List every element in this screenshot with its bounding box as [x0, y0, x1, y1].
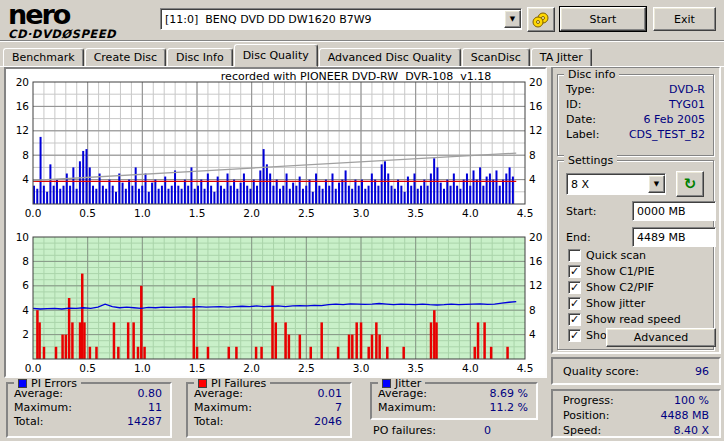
drive-select-arrow[interactable]: ▼	[504, 10, 521, 28]
pi-errors-row-value: 0.80	[138, 387, 163, 401]
start-button[interactable]: Start	[560, 7, 646, 31]
checkbox-unchecked-icon[interactable]	[568, 249, 581, 262]
pi-errors-row: Maximum:11	[14, 401, 162, 415]
x-tick-label: 2.0	[243, 362, 260, 374]
jitter-row-value: 11.2 %	[490, 401, 528, 415]
y-left-tick-label: 10	[16, 231, 29, 243]
jitter-color-swatch	[382, 379, 391, 388]
eject-disc-button[interactable]	[527, 7, 555, 32]
charts-canvas: 48121620481216200.00.51.01.52.02.53.03.5…	[6, 69, 545, 376]
x-tick-label: 4.5	[517, 362, 534, 374]
disc-info-legend: Disc info	[564, 68, 619, 81]
pi-failures-legend: PI Failures	[194, 377, 270, 390]
x-tick-label: 0.5	[79, 362, 96, 374]
progress-row-label: Progress:	[563, 393, 614, 408]
chevron-down-icon: ▼	[654, 180, 659, 188]
drive-select[interactable]: [11:0] BENQ DVD DD DW1620 B7W9 ▼	[160, 8, 522, 30]
x-tick-label: 3.5	[407, 207, 424, 219]
pi-failures-row-value: 0.01	[318, 387, 343, 401]
header-divider-highlight	[0, 41, 724, 42]
disc-info-row-value: TYG01	[622, 97, 705, 112]
y-right-tick-label: 8	[529, 304, 536, 316]
pi-errors-title: PI Errors	[31, 377, 77, 390]
checkbox-checked-icon[interactable]: ✓	[568, 281, 581, 294]
progress-row: Speed:8.40 X	[563, 423, 709, 438]
y-right-tick-label: 4	[529, 328, 536, 340]
pi-failures-row-label: Total:	[194, 415, 223, 429]
speed-select[interactable]: 8 X ▼	[566, 173, 666, 195]
x-tick-label: 0.0	[25, 207, 42, 219]
jitter-row: Maximum:11.2 %	[378, 401, 528, 415]
x-tick-label: 2.0	[243, 207, 260, 219]
progress-row: Progress:100 %	[563, 393, 709, 408]
checkbox-checked-icon[interactable]: ✓	[568, 313, 581, 326]
tab-create-disc[interactable]: Create Disc	[85, 48, 166, 67]
settings-legend: Settings	[564, 154, 617, 167]
progress-row-value: 4488 MB	[660, 408, 709, 423]
advanced-button[interactable]: Advanced	[606, 328, 716, 347]
checkbox-row-show-c2-pif[interactable]: ✓Show C2/PIF	[568, 281, 654, 294]
tab-ta-jitter[interactable]: TA Jitter	[531, 48, 592, 67]
tab-bar: BenchmarkCreate DiscDisc InfoDisc Qualit…	[3, 46, 593, 67]
quality-score-value: 96	[695, 365, 709, 378]
pi-failures-jitter-chart: 246810481216200.00.51.01.52.02.53.03.54.…	[16, 231, 543, 375]
chart-panel: recorded with PIONEER DVD-RW DVR-108 v1.…	[4, 67, 547, 378]
disc-info-row-value: CDS_TEST_B2	[622, 127, 705, 142]
checkbox-row-show-jitter[interactable]: ✓Show jitter	[568, 297, 645, 310]
checkbox-row-show-read-speed[interactable]: ✓Show read speed	[568, 313, 681, 326]
x-tick-label: 0.5	[79, 207, 96, 219]
checkbox-label: Show C1/PIE	[586, 265, 654, 278]
checkbox-row-quick-scan[interactable]: Quick scan	[568, 249, 646, 262]
x-tick-label: 3.0	[353, 362, 370, 374]
pi-errors-row-label: Total:	[14, 415, 43, 429]
checkbox-row-show-c1-pie[interactable]: ✓Show C1/PIE	[568, 265, 654, 278]
quality-score-label: Quality score:	[563, 365, 639, 378]
jitter-legend: Jitter	[378, 377, 425, 390]
pi-failures-row-value: 7	[335, 401, 342, 415]
pi-errors-legend: PI Errors	[14, 377, 81, 390]
y-right-tick-label: 12	[529, 124, 542, 136]
start-position-input[interactable]: 0000 MB	[632, 201, 716, 221]
end-position-input[interactable]: 4489 MB	[632, 227, 716, 247]
y-left-tick-label: 12	[16, 124, 29, 136]
y-left-tick-label: 16	[16, 100, 30, 112]
x-tick-label: 3.0	[353, 207, 370, 219]
speed-select-arrow[interactable]: ▼	[648, 175, 665, 193]
disc-info-row-value: DVD-R	[622, 82, 705, 97]
tab-advanced-disc-quality[interactable]: Advanced Disc Quality	[319, 48, 461, 67]
progress-row-label: Speed:	[563, 423, 601, 438]
chevron-down-icon: ▼	[510, 15, 515, 23]
y-left-tick-label: 2	[22, 328, 29, 340]
tab-benchmark[interactable]: Benchmark	[3, 48, 84, 67]
jitter-row-label: Maximum:	[378, 401, 436, 415]
x-tick-label: 0.0	[25, 362, 42, 374]
tab-disc-info[interactable]: Disc Info	[167, 48, 233, 67]
y-left-tick-label: 8	[22, 255, 29, 267]
checkbox-label: Show read speed	[586, 313, 681, 326]
end-position-label: End:	[566, 231, 591, 244]
x-tick-label: 2.5	[298, 362, 315, 374]
refresh-icon: ↻	[684, 177, 697, 191]
tab-disc-quality[interactable]: Disc Quality	[234, 44, 318, 67]
y-right-tick-label: 4	[529, 173, 536, 185]
checkbox-checked-icon[interactable]: ✓	[568, 329, 581, 342]
tab-scandisc[interactable]: ScanDisc	[462, 48, 530, 67]
checkbox-label: Quick scan	[586, 249, 646, 262]
quality-score-box: Quality score: 96	[551, 357, 721, 385]
checkbox-checked-icon[interactable]: ✓	[568, 265, 581, 278]
y-right-tick-label: 20	[529, 76, 542, 88]
refresh-button[interactable]: ↻	[676, 171, 704, 197]
progress-row-label: Position:	[563, 408, 610, 423]
y-right-tick-label: 8	[529, 149, 536, 161]
checkbox-checked-icon[interactable]: ✓	[568, 297, 581, 310]
checkbox-label: Show jitter	[586, 297, 645, 310]
disc-info-row-label: Date:	[566, 112, 622, 127]
pi-failures-color-swatch	[198, 379, 207, 388]
end-position-value: 4489 MB	[637, 231, 686, 244]
jitter-statbox: Jitter Average:8.69 %Maximum:11.2 %	[370, 382, 538, 420]
disc-info-row: Label:CDS_TEST_B2	[566, 127, 705, 142]
disc-info-row: ID:TYG01	[566, 97, 705, 112]
exit-button[interactable]: Exit	[653, 7, 716, 31]
x-tick-label: 1.5	[189, 362, 206, 374]
right-panel: Disc info Type:DVD-RID:TYG01Date:6 Feb 2…	[551, 66, 721, 354]
